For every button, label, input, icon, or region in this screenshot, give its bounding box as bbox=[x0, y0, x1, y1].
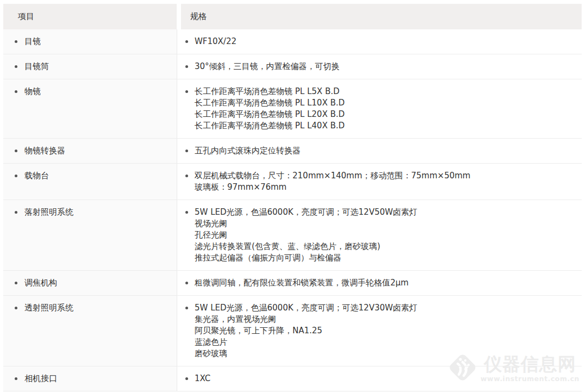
bullet-icon bbox=[185, 150, 188, 152]
bullet-icon bbox=[185, 65, 188, 68]
spec-line: WF10X/22 bbox=[195, 36, 236, 47]
spec-line: 视场光阑 bbox=[195, 218, 417, 229]
bullet-icon bbox=[15, 211, 17, 214]
spec-line: 5W LED光源，色温6000K，亮度可调；可选12V50W卤素灯 bbox=[195, 207, 417, 218]
spec-line: 长工作距离平场消色差物镜 PL L20X B.D bbox=[195, 109, 345, 120]
spec-line: 30°倾斜，三目镜，内置检偏器，可切换 bbox=[195, 61, 340, 72]
item-cell: 透射照明系统 bbox=[3, 296, 177, 366]
bullet-icon bbox=[185, 307, 188, 309]
item-cell: 目镜筒 bbox=[3, 54, 177, 79]
spec-line: 推拉式起偏器（偏振方向可调）与检偏器 bbox=[195, 252, 417, 264]
header-gap bbox=[177, 4, 181, 29]
bullet-icon bbox=[185, 377, 188, 380]
bullet-icon bbox=[15, 65, 17, 68]
header-item: 项目 bbox=[3, 4, 177, 29]
spec-cell: 粗微调同轴，配有限位装置和锁紧装置，微调手轮格值2μm bbox=[177, 271, 582, 295]
item-cell: 相机接口 bbox=[3, 366, 177, 391]
spec-cell: 1XC bbox=[177, 366, 582, 391]
spec-line: 5W LED光源，色温6000K，亮度可调；可选12V30W卤素灯 bbox=[195, 302, 417, 314]
table-row-camera-port: 相机接口 1XC bbox=[3, 366, 582, 391]
bullet-icon bbox=[185, 282, 188, 284]
table-row-eyepiece: 目镜 WF10X/22 bbox=[3, 29, 582, 54]
item-cell: 物镜 bbox=[3, 79, 177, 138]
table-row-eyepiece-tube: 目镜筒 30°倾斜，三目镜，内置检偏器，可切换 bbox=[3, 54, 582, 79]
bullet-icon bbox=[15, 377, 17, 380]
item-label: 目镜 bbox=[24, 36, 41, 47]
item-cell: 落射照明系统 bbox=[3, 200, 177, 270]
item-label: 相机接口 bbox=[24, 373, 57, 384]
bullet-icon bbox=[15, 307, 17, 309]
spec-line: 长工作距离平场消色差物镜 PL L10X B.D bbox=[195, 97, 345, 109]
bullet-icon bbox=[185, 175, 188, 177]
spec-line: 五孔内向式滚珠内定位转换器 bbox=[195, 145, 301, 157]
spec-line: 集光器，内置视场光阑 bbox=[195, 314, 417, 325]
bullet-icon bbox=[15, 90, 17, 93]
item-label: 调焦机构 bbox=[24, 277, 57, 289]
header-spec: 规格 bbox=[181, 4, 582, 29]
bullet-icon bbox=[185, 90, 188, 93]
table-row-objectives: 物镜 长工作距离平场消色差物镜 PL L5X B.D 长工作距离平场消色差物镜 … bbox=[3, 79, 582, 139]
spec-line: 阿贝聚光镜，可上下升降，NA1.25 bbox=[195, 325, 417, 337]
spec-line: 蓝滤色片 bbox=[195, 337, 417, 348]
spec-cell: 5W LED光源，色温6000K，亮度可调；可选12V50W卤素灯 视场光阑 孔… bbox=[177, 200, 582, 270]
item-cell: 调焦机构 bbox=[3, 271, 177, 295]
item-label: 物镜 bbox=[24, 86, 41, 97]
table-row-stage: 载物台 双层机械式载物台，尺寸：210mm×140mm；移动范围：75mm×50… bbox=[3, 164, 582, 200]
item-label: 落射照明系统 bbox=[24, 207, 73, 218]
spec-cell: 双层机械式载物台，尺寸：210mm×140mm；移动范围：75mm×50mm 玻… bbox=[177, 164, 582, 200]
spec-line: 滤光片转换装置(包含黄、蓝、绿滤色片，磨砂玻璃) bbox=[195, 241, 417, 252]
bullet-icon bbox=[15, 175, 17, 177]
bullet-icon bbox=[185, 40, 188, 43]
item-cell: 物镜转换器 bbox=[3, 139, 177, 163]
spec-line: 双层机械式载物台，尺寸：210mm×140mm；移动范围：75mm×50mm bbox=[195, 170, 470, 182]
item-cell: 载物台 bbox=[3, 164, 177, 200]
spec-line: 孔径光阑 bbox=[195, 229, 417, 241]
item-label: 物镜转换器 bbox=[24, 145, 65, 157]
bullet-icon bbox=[15, 40, 17, 43]
spec-cell: 30°倾斜，三目镜，内置检偏器，可切换 bbox=[177, 54, 582, 79]
spec-page: 仪器信息网 www.instrument.com.cn 项目 规格 目镜 WF1… bbox=[0, 0, 586, 392]
item-label: 透射照明系统 bbox=[24, 302, 73, 314]
item-cell: 目镜 bbox=[3, 29, 177, 54]
table-row-nosepiece: 物镜转换器 五孔内向式滚珠内定位转换器 bbox=[3, 139, 582, 164]
spec-cell: 长工作距离平场消色差物镜 PL L5X B.D 长工作距离平场消色差物镜 PL … bbox=[177, 79, 582, 138]
spec-line: 粗微调同轴，配有限位装置和锁紧装置，微调手轮格值2μm bbox=[195, 277, 409, 289]
spec-table: 项目 规格 目镜 WF10X/22 目镜筒 bbox=[3, 4, 582, 391]
item-label: 目镜筒 bbox=[24, 61, 49, 72]
bullet-icon bbox=[15, 282, 17, 284]
item-label: 载物台 bbox=[24, 170, 49, 182]
spec-line: 磨砂玻璃 bbox=[195, 348, 417, 359]
spec-line: 长工作距离平场消色差物镜 PL L40X B.D bbox=[195, 120, 345, 132]
spec-cell: 5W LED光源，色温6000K，亮度可调；可选12V30W卤素灯 集光器，内置… bbox=[177, 296, 582, 366]
spec-line: 长工作距离平场消色差物镜 PL L5X B.D bbox=[195, 86, 345, 97]
table-row-trans-illumination: 透射照明系统 5W LED光源，色温6000K，亮度可调；可选12V30W卤素灯… bbox=[3, 296, 582, 366]
spec-line: 玻璃板：97mm×76mm bbox=[195, 182, 470, 193]
spec-line: 1XC bbox=[195, 373, 210, 384]
spec-cell: 五孔内向式滚珠内定位转换器 bbox=[177, 139, 582, 163]
table-header-row: 项目 规格 bbox=[3, 4, 582, 29]
spec-cell: WF10X/22 bbox=[177, 29, 582, 54]
bullet-icon bbox=[185, 211, 188, 214]
table-row-epi-illumination: 落射照明系统 5W LED光源，色温6000K，亮度可调；可选12V50W卤素灯… bbox=[3, 200, 582, 271]
bullet-icon bbox=[15, 150, 17, 152]
table-row-focusing: 调焦机构 粗微调同轴，配有限位装置和锁紧装置，微调手轮格值2μm bbox=[3, 271, 582, 296]
